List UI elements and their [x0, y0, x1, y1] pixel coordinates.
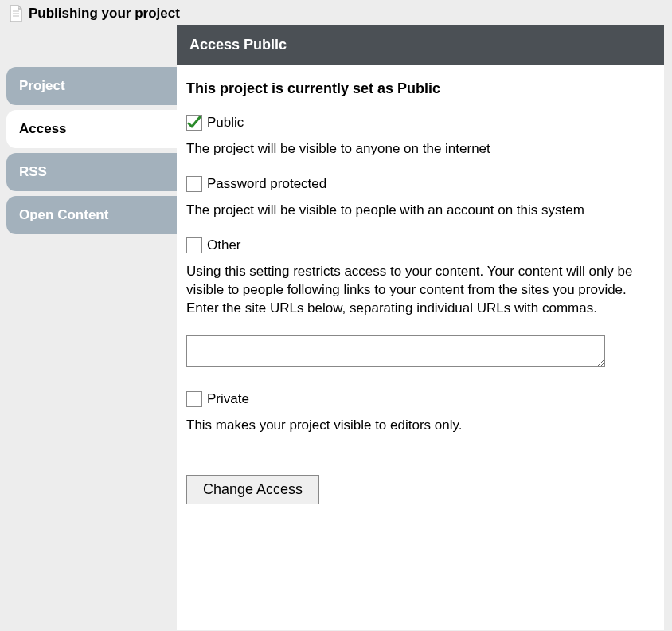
panel-banner-text: Access Public — [189, 37, 287, 53]
option-other-desc: Using this setting restricts access to y… — [186, 263, 654, 318]
option-public-desc: The project will be visible to anyone on… — [186, 140, 654, 159]
change-access-button[interactable]: Change Access — [186, 475, 319, 504]
panel-heading: This project is currently set as Public — [186, 80, 654, 97]
urls-textarea[interactable] — [186, 335, 605, 367]
page-title: Publishing your project — [29, 6, 180, 22]
tab-label: RSS — [19, 164, 47, 179]
sidebar: Project Access RSS Open Content — [0, 25, 177, 239]
option-other-label: Other — [207, 237, 241, 253]
tab-open-content[interactable]: Open Content — [6, 196, 185, 234]
document-icon — [8, 5, 24, 22]
option-other-row: Other — [186, 237, 654, 253]
checkbox-public[interactable] — [186, 115, 202, 131]
option-private-row: Private — [186, 391, 654, 407]
panel-body: This project is currently set as Public … — [177, 65, 664, 630]
checkbox-password[interactable] — [186, 176, 202, 192]
tab-label: Access — [19, 121, 67, 136]
tab-access[interactable]: Access — [6, 110, 185, 148]
option-private-desc: This makes your project visible to edito… — [186, 417, 654, 435]
option-public-row: Public — [186, 115, 654, 131]
panel-banner: Access Public — [177, 25, 664, 65]
tab-rss[interactable]: RSS — [6, 153, 185, 191]
option-public-label: Public — [207, 115, 244, 131]
page-header: Publishing your project — [0, 0, 672, 25]
tab-label: Open Content — [19, 207, 108, 222]
option-private-label: Private — [207, 391, 249, 407]
main-panel: Access Public This project is currently … — [177, 25, 672, 630]
checkbox-other[interactable] — [186, 237, 202, 253]
option-password-label: Password protected — [207, 176, 326, 192]
option-password-row: Password protected — [186, 176, 654, 192]
tab-label: Project — [19, 78, 65, 93]
tab-project[interactable]: Project — [6, 67, 185, 105]
checkbox-private[interactable] — [186, 391, 202, 407]
option-password-desc: The project will be visible to people wi… — [186, 202, 654, 220]
